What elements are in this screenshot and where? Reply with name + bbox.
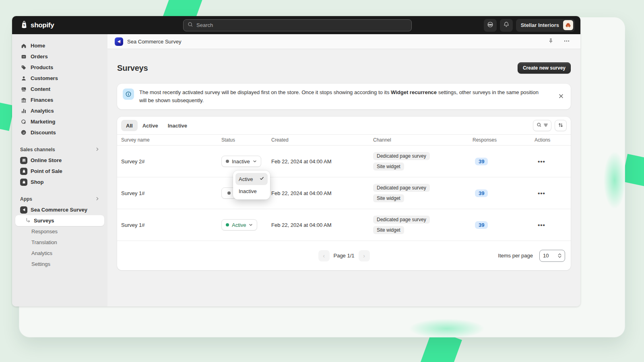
sidebar-item-surveys[interactable]: Surveys [15, 215, 104, 226]
search-icon [537, 122, 542, 129]
tab-active[interactable]: Active [138, 120, 163, 131]
svg-text:S: S [23, 23, 25, 27]
pagination: ‹ Page 1/1 › [318, 250, 369, 261]
row-actions-button[interactable]: ••• [535, 220, 549, 230]
created-date: Feb 22, 2024 at 04:00 AM [271, 158, 373, 165]
info-icon [123, 88, 134, 100]
sidebar-item-shop[interactable]: Shop [15, 177, 104, 187]
status-dropdown-button[interactable]: Inactive [221, 156, 261, 167]
channel-cell: Dedicated page survey Site widget [373, 184, 473, 202]
dropdown-option-active[interactable]: Active [235, 173, 268, 185]
close-icon [559, 94, 564, 100]
sidebar-item-customers[interactable]: Customers [15, 73, 104, 84]
shopify-wordmark: shopify [31, 21, 54, 29]
shopify-logo: S shopify [20, 20, 183, 31]
page-title: Surveys [117, 64, 148, 73]
sidebar-item-sea-commerce-survey[interactable]: Sea Commerce Survey [15, 204, 104, 215]
sidebar-item-online-store[interactable]: Online Store [15, 155, 104, 166]
sidekick-assistant-button[interactable] [484, 19, 497, 32]
main-area: Sea Commerce Survey Surveys Create new s… [107, 34, 580, 306]
responses-count[interactable]: 39 [475, 189, 488, 197]
create-new-survey-button[interactable]: Create new survey [518, 62, 571, 74]
bar-chart-icon [20, 107, 27, 115]
tab-all[interactable]: All [121, 120, 138, 131]
channel-badge: Site widget [373, 194, 404, 202]
tag-icon [20, 64, 27, 71]
notification-bell-icon [503, 21, 510, 29]
sidebar-item-products[interactable]: Products [15, 62, 104, 73]
channel-badge: Dedicated page survey [373, 184, 430, 192]
responses-count[interactable]: 39 [475, 221, 488, 229]
table-row: Survey 2# Inactive Feb 22, 2024 at 04:00… [117, 146, 571, 177]
search-placeholder: Search [196, 22, 213, 28]
target-cursor-icon [20, 118, 27, 125]
page-content: Surveys Create new survey The most recen… [107, 62, 580, 270]
chevron-right-icon [95, 147, 99, 152]
surveys-table-card: All Active Inactive Survey name [117, 117, 571, 270]
sidebar-item-app-analytics[interactable]: Analytics [15, 248, 104, 259]
previous-page-button[interactable]: ‹ [318, 250, 329, 261]
pin-icon [548, 39, 554, 45]
responses-count[interactable]: 39 [475, 158, 488, 165]
ellipsis-icon [564, 39, 570, 45]
status-dot [226, 223, 229, 226]
row-actions-button[interactable]: ••• [535, 156, 549, 167]
sort-icon [558, 122, 564, 129]
row-actions-button[interactable]: ••• [535, 188, 549, 198]
search-filter-button[interactable] [533, 120, 551, 131]
chevron-right-icon [95, 196, 99, 202]
sidebar-item-marketing[interactable]: Marketing [15, 116, 104, 127]
orders-icon [20, 53, 27, 60]
search-icon [188, 22, 193, 29]
store-switcher[interactable]: Stellar Interiors [516, 19, 575, 32]
sidebar-item-home[interactable]: Home [15, 40, 104, 51]
created-date: Feb 22, 2024 at 04:00 AM [271, 222, 373, 228]
status-dropdown-button[interactable]: Active [221, 219, 257, 230]
pin-app-button[interactable] [547, 37, 555, 46]
bank-icon [20, 97, 27, 104]
items-per-page-stepper[interactable]: 10 [539, 250, 565, 262]
sidebar-section-sales-channels[interactable]: Sales channels [15, 144, 104, 155]
table-row: Survey 1# Active Feb 22, 2024 at 04:00 A… [117, 209, 571, 241]
decorative-green-bar [622, 154, 644, 188]
sort-button[interactable] [555, 120, 567, 131]
channel-badge: Dedicated page survey [373, 152, 430, 160]
app-header: Sea Commerce Survey [107, 34, 580, 49]
sidebar: Home Orders Products Customers Content F… [12, 34, 107, 306]
sidebar-item-point-of-sale[interactable]: Point of Sale [15, 166, 104, 177]
table-row: Survey 1# Feb 22, 2024 at 04:00 AM Dedic… [117, 177, 571, 209]
sidebar-item-orders[interactable]: Orders [15, 51, 104, 62]
chevron-down-icon [253, 158, 257, 165]
app-more-button[interactable] [563, 37, 571, 46]
store-name: Stellar Interiors [521, 22, 559, 28]
topbar-right: Stellar Interiors [412, 19, 575, 32]
search-input[interactable]: Search [183, 19, 412, 31]
sidebar-section-apps[interactable]: Apps [15, 193, 104, 204]
sidebar-item-finances[interactable]: Finances [15, 95, 104, 105]
checkmark-icon [259, 176, 264, 182]
next-page-button[interactable]: › [359, 250, 370, 261]
sidebar-item-responses[interactable]: Responses [15, 226, 104, 237]
sidebar-item-analytics[interactable]: Analytics [15, 105, 104, 116]
channel-badge: Dedicated page survey [373, 216, 430, 224]
sea-commerce-survey-app-icon [20, 206, 27, 214]
shop-icon [20, 179, 27, 186]
shopify-admin-window: S shopify Search [12, 16, 580, 306]
sidebar-item-discounts[interactable]: Discounts [15, 127, 104, 138]
sidebar-item-translation[interactable]: Translation [15, 237, 104, 248]
sidebar-item-settings[interactable]: Settings [15, 259, 104, 269]
sidebar-item-content[interactable]: Content [15, 84, 104, 95]
survey-name: Survey 1# [121, 190, 221, 196]
dropdown-option-inactive[interactable]: Inactive [235, 185, 268, 197]
app-title: Sea Commerce Survey [127, 39, 543, 45]
home-icon [20, 42, 27, 49]
info-banner: The most recently activated survey will … [117, 84, 571, 109]
status-dot [226, 160, 229, 163]
tab-inactive[interactable]: Inactive [163, 120, 192, 131]
stepper-arrows-icon [558, 253, 561, 258]
page-indicator: Page 1/1 [333, 253, 354, 259]
banner-close-button[interactable] [557, 92, 565, 101]
point-of-sale-icon [20, 168, 27, 175]
channel-badge: Site widget [373, 162, 404, 171]
notifications-button[interactable] [500, 19, 513, 32]
